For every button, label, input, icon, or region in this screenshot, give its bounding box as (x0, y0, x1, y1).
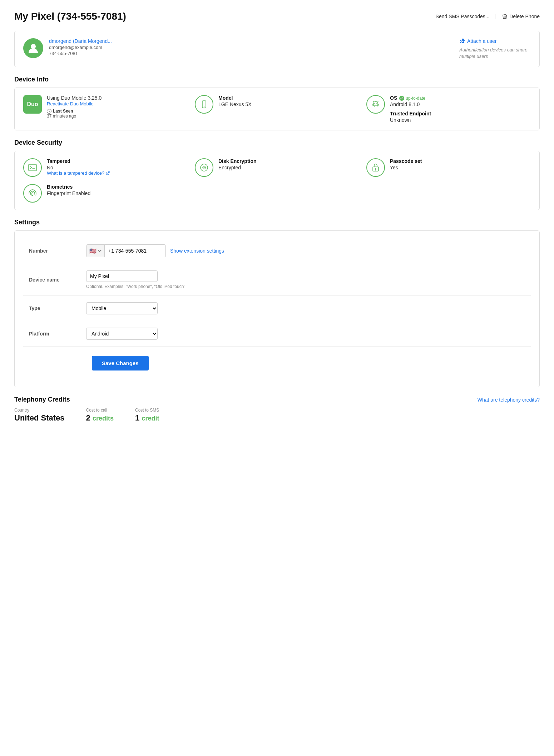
disk-icon (199, 163, 209, 172)
tampered-label: Tampered (47, 158, 110, 164)
number-field-cell: 🇺🇸 Show extension settings (80, 238, 531, 264)
phone-number-input[interactable] (105, 245, 165, 256)
chevron-down-icon (98, 250, 102, 252)
type-select[interactable]: Mobile Landline Tablet (86, 302, 158, 314)
show-extension-settings-link[interactable]: Show extension settings (170, 248, 224, 254)
platform-select[interactable]: Android iOS Windows Phone Other (86, 328, 158, 340)
passcode-info: Passcode set Yes (390, 158, 422, 170)
phone-icon-circle (195, 95, 213, 114)
clock-icon (47, 109, 51, 114)
phone-icon (200, 100, 208, 109)
country-col: Country United States (14, 408, 65, 423)
platform-row: Platform Android iOS Windows Phone Other (23, 321, 531, 347)
auth-note: Authentication devices can share multipl… (459, 47, 531, 60)
country-label: Country (14, 408, 65, 413)
tampered-info: Tampered No What is a tampered device? (47, 158, 110, 176)
trusted-endpoint-value: Unknown (390, 117, 431, 123)
phone-input-wrapper: 🇺🇸 Show extension settings (86, 244, 525, 257)
cost-to-call-label: Cost to call (86, 408, 114, 413)
os-info: OS up-to-date Android 8.1.0 Trusted Endp… (390, 95, 431, 123)
save-label-cell (23, 347, 80, 380)
number-row: Number 🇺🇸 Show extension s (23, 238, 531, 264)
model-label: Model (218, 95, 252, 101)
settings-heading: Settings (14, 219, 540, 226)
phone-field-wrapper[interactable]: 🇺🇸 (86, 244, 166, 257)
save-button-cell: Save Changes (80, 347, 531, 380)
telephony-credits-heading: Telephony Credits (14, 396, 70, 403)
os-value: Android 8.1.0 (390, 101, 431, 107)
send-sms-button[interactable]: Send SMS Passcodes... (436, 14, 490, 19)
tampered-value: No (47, 165, 110, 170)
model-info: Model LGE Nexus 5X (218, 95, 252, 107)
platform-label: Platform (23, 321, 80, 347)
external-link-icon (106, 171, 110, 175)
duo-version: Using Duo Mobile 3.25.0 (47, 95, 102, 101)
duo-mobile-cell: Duo Using Duo Mobile 3.25.0 Reactivate D… (23, 95, 188, 119)
type-label: Type (23, 296, 80, 321)
attach-user-icon (459, 38, 465, 44)
last-seen-time: 37 minutes ago (47, 114, 102, 119)
biometrics-info: Biometrics Fingerprint Enabled (47, 184, 90, 196)
cost-to-call-col: Cost to call 2 credits (86, 408, 114, 423)
device-name-row: Device name Optional. Examples: "Work ph… (23, 264, 531, 296)
biometrics-label: Biometrics (47, 184, 90, 190)
platform-field-cell: Android iOS Windows Phone Other (80, 321, 531, 347)
svg-point-10 (204, 167, 205, 168)
fingerprint-icon (28, 188, 38, 198)
disk-encryption-label: Disk Encryption (218, 158, 257, 164)
svg-point-5 (376, 103, 377, 104)
user-phone: 734-555-7081 (49, 51, 439, 56)
delete-phone-button[interactable]: Delete Phone (502, 14, 540, 19)
page-header: My Pixel (734-555-7081) Send SMS Passcod… (14, 11, 540, 22)
device-name-input[interactable] (86, 270, 158, 282)
last-seen-row: Last Seen (47, 109, 102, 114)
svg-point-0 (31, 44, 36, 49)
trusted-endpoint-label: Trusted Endpoint (390, 111, 431, 116)
passcode-label: Passcode set (390, 158, 422, 164)
cost-to-sms-value: 1 credit (135, 413, 159, 423)
tampered-link[interactable]: What is a tampered device? (47, 170, 110, 176)
flag-emoji: 🇺🇸 (89, 248, 97, 254)
cost-to-sms-label: Cost to SMS (135, 408, 159, 413)
credits-row: Country United States Cost to call 2 cre… (14, 408, 540, 423)
biometrics-icon-circle (23, 184, 42, 203)
terminal-icon (28, 163, 37, 172)
save-row: Save Changes (23, 347, 531, 380)
reactivate-duo-link[interactable]: Reactivate Duo Mobile (47, 101, 94, 106)
country-value: United States (14, 413, 65, 423)
settings-table: Number 🇺🇸 Show extension s (23, 238, 531, 380)
os-label: OS (390, 95, 397, 101)
android-icon (371, 100, 380, 109)
disk-encryption-cell: Disk Encryption Encrypted (195, 158, 359, 177)
biometrics-value: Fingerprint Enabled (47, 190, 90, 196)
header-divider: | (495, 14, 497, 19)
up-to-date-badge: up-to-date (399, 96, 425, 101)
os-cell: OS up-to-date Android 8.1.0 Trusted Endp… (366, 95, 531, 123)
what-are-credits-link[interactable]: What are telephony credits? (478, 397, 540, 403)
duo-icon: Duo (23, 95, 42, 114)
user-name-link[interactable]: dmorgend (Daria Morgend... (49, 38, 112, 44)
user-card: dmorgend (Daria Morgend... dmorgend@exam… (14, 31, 540, 67)
biometrics-row: Biometrics Fingerprint Enabled (23, 184, 531, 203)
disk-encryption-value: Encrypted (218, 165, 257, 170)
tampered-cell: Tampered No What is a tampered device? (23, 158, 188, 177)
device-security-heading: Device Security (14, 139, 540, 146)
save-changes-button[interactable]: Save Changes (92, 356, 149, 370)
svg-rect-7 (29, 164, 36, 171)
svg-point-4 (374, 103, 375, 104)
telephony-header: Telephony Credits What are telephony cre… (14, 396, 540, 403)
trusted-endpoint-section: Trusted Endpoint Unknown (390, 111, 431, 123)
user-email: dmorgend@example.com (49, 45, 439, 50)
device-name-hint: Optional. Examples: "Work phone", "Old i… (86, 284, 525, 289)
svg-point-3 (204, 106, 204, 107)
disk-encryption-info: Disk Encryption Encrypted (218, 158, 257, 170)
header-actions: Send SMS Passcodes... | Delete Phone (436, 14, 540, 19)
device-info-card: Duo Using Duo Mobile 3.25.0 Reactivate D… (14, 88, 540, 130)
attach-user-link[interactable]: Attach a user (459, 38, 531, 44)
cost-to-sms-col: Cost to SMS 1 credit (135, 408, 159, 423)
model-cell: Model LGE Nexus 5X (195, 95, 359, 114)
avatar (23, 38, 43, 58)
passcode-value: Yes (390, 165, 422, 170)
type-row: Type Mobile Landline Tablet (23, 296, 531, 321)
flag-selector[interactable]: 🇺🇸 (86, 245, 105, 257)
